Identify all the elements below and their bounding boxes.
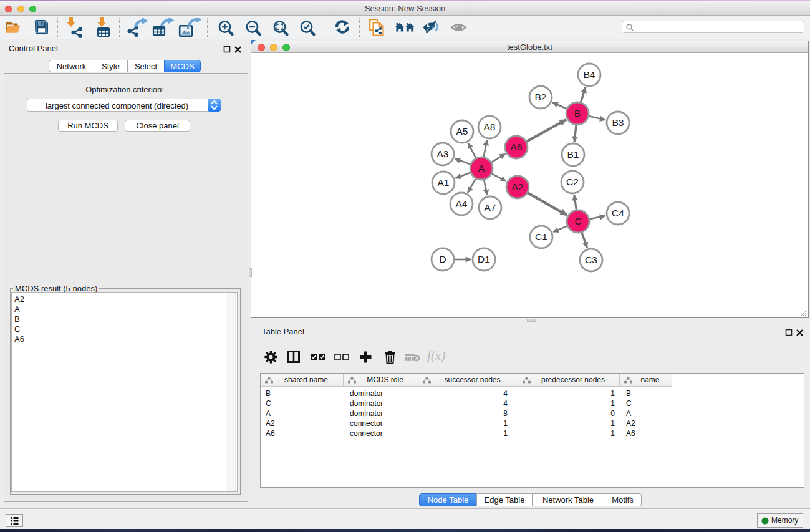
- svg-text:A3: A3: [437, 148, 449, 159]
- svg-text:B1: B1: [567, 149, 579, 160]
- svg-text:A: A: [478, 163, 485, 173]
- svg-text:A6: A6: [511, 142, 523, 152]
- svg-text:C1: C1: [535, 231, 547, 242]
- svg-text:A1: A1: [438, 177, 450, 188]
- svg-text:C: C: [574, 216, 581, 226]
- svg-text:B: B: [574, 108, 581, 118]
- svg-text:C3: C3: [585, 254, 597, 265]
- svg-text:B4: B4: [584, 69, 595, 80]
- svg-text:C4: C4: [612, 208, 624, 218]
- svg-text:A4: A4: [456, 198, 468, 209]
- svg-text:A7: A7: [485, 202, 496, 213]
- svg-text:D1: D1: [478, 254, 490, 264]
- svg-text:B3: B3: [612, 117, 624, 128]
- svg-text:A8: A8: [484, 122, 496, 132]
- svg-text:A5: A5: [456, 126, 468, 137]
- svg-text:A2: A2: [512, 181, 524, 192]
- svg-text:D: D: [439, 254, 446, 264]
- svg-text:C2: C2: [566, 177, 579, 187]
- svg-text:B2: B2: [535, 92, 547, 102]
